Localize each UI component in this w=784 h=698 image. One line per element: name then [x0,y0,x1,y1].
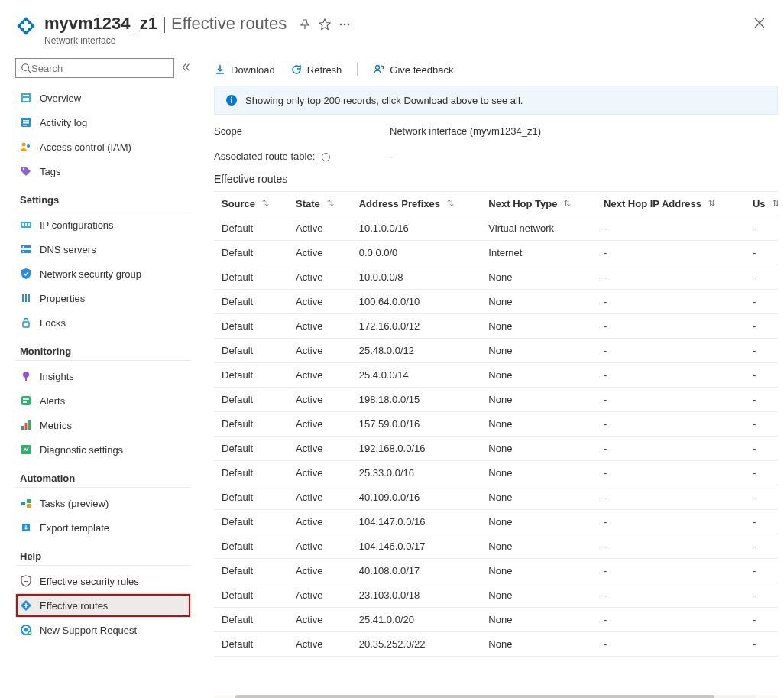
sidebar-item-metrics[interactable]: Metrics [15,413,191,437]
sidebar-item-overview[interactable]: Overview [15,86,191,110]
cell-prefix: 157.59.0.0/16 [352,412,481,437]
pin-icon[interactable] [299,18,311,31]
sidebar-search[interactable] [15,58,174,78]
table-row[interactable]: Default Active 100.64.0.0/10 None - - [214,290,778,314]
cell-source: Default [214,339,288,363]
associated-label: Associated route table: [214,151,315,162]
main-content: Download Refresh Give feedback Showing o… [199,54,784,698]
sidebar-item-network-security-group[interactable]: Network security group [15,261,191,286]
sidebar-item-tags[interactable]: Tags [15,159,191,183]
sidebar-item-diagnostic-settings[interactable]: Diagnostic settings [15,437,191,462]
feedback-icon [373,63,385,76]
sidebar-item-ip-configurations[interactable]: IP configurations [15,213,191,237]
scroll-track[interactable] [235,695,756,698]
cell-nexthop: None [481,388,596,412]
column-header-user-defined-partial[interactable]: Us [745,192,778,216]
search-icon [21,63,31,73]
table-row[interactable]: Default Active 198.18.0.0/15 None - - [214,388,778,412]
cell-us: - [745,363,778,388]
column-header-source[interactable]: Source [214,192,288,216]
info-outline-icon[interactable] [321,152,331,162]
sort-icon[interactable] [261,200,270,209]
cell-source: Default [214,583,288,608]
iam-icon [20,141,32,153]
cell-nexthop: Internet [481,241,596,265]
sidebar-item-locks[interactable]: Locks [15,310,191,335]
routes-table-wrap[interactable]: SourceStateAddress PrefixesNext Hop Type… [214,191,778,693]
associated-value: - [390,151,393,162]
cell-ip: - [596,290,745,314]
close-button[interactable] [753,17,766,31]
table-row[interactable]: Default Active 0.0.0.0/0 Internet - - [214,241,778,265]
table-row[interactable]: Default Active 104.147.0.0/16 None - - [214,510,778,534]
sidebar-item-label: Effective security rules [40,576,139,587]
sidebar-item-effective-routes[interactable]: Effective routes [15,593,191,618]
cell-state: Active [288,388,352,412]
table-row[interactable]: Default Active 25.33.0.0/16 None - - [214,461,778,485]
more-icon[interactable] [339,18,351,31]
sort-icon[interactable] [772,200,778,209]
column-header-state[interactable]: State [288,192,352,216]
table-row[interactable]: Default Active 157.59.0.0/16 None - - [214,412,778,437]
cell-prefix: 172.16.0.0/12 [352,314,481,339]
download-icon [214,63,226,76]
favorite-icon[interactable] [319,18,331,31]
cell-ip: - [596,265,745,290]
scope-row: Scope Network interface (myvm1234_z1) [214,125,778,137]
table-row[interactable]: Default Active 25.48.0.0/12 None - - [214,339,778,363]
sort-icon[interactable] [708,200,716,209]
column-header-address-prefixes[interactable]: Address Prefixes [352,192,481,216]
table-row[interactable]: Default Active 40.109.0.0/16 None - - [214,485,778,510]
sidebar-item-access-control[interactable]: Access control (IAM) [15,135,191,159]
scroll-thumb[interactable] [235,695,714,698]
table-row[interactable]: Default Active 23.103.0.0/18 None - - [214,583,778,608]
cell-source: Default [214,608,288,632]
table-row[interactable]: Default Active 25.41.0.0/20 None - - [214,608,778,632]
scope-value: Network interface (myvm1234_z1) [390,125,541,137]
cell-ip: - [596,339,745,363]
sidebar-item-activity-log[interactable]: Activity log [15,110,191,135]
table-row[interactable]: Default Active 104.146.0.0/17 None - - [214,534,778,559]
cell-prefix: 25.41.0.0/20 [352,608,481,632]
sidebar-item-insights[interactable]: Insights [15,364,191,388]
table-row[interactable]: Default Active 25.4.0.0/14 None - - [214,363,778,388]
sidebar-item-export-template[interactable]: Export template [15,515,191,540]
table-row[interactable]: Default Active 20.35.252.0/22 None - - [214,632,778,657]
sidebar-item-label: Properties [40,293,85,304]
sort-icon[interactable] [326,200,335,209]
sidebar-item-properties[interactable]: Properties [15,286,191,310]
collapse-sidebar-button[interactable] [180,62,191,75]
sidebar-item-new-support-request[interactable]: New Support Request [15,618,191,642]
sidebar-item-alerts[interactable]: Alerts [15,388,191,413]
sidebar-item-effective-security-rules[interactable]: Effective security rules [15,569,191,593]
download-button[interactable]: Download [214,63,275,76]
cell-prefix: 20.35.252.0/22 [352,632,481,657]
toolbar: Download Refresh Give feedback [214,58,778,86]
table-row[interactable]: Default Active 10.1.0.0/16 Virtual netwo… [214,216,778,241]
horizontal-scrollbar[interactable]: ◀ ▶ [214,695,778,698]
overview-icon [20,92,32,104]
search-input[interactable] [31,63,169,74]
table-row[interactable]: Default Active 172.16.0.0/12 None - - [214,314,778,339]
sidebar-item-dns-servers[interactable]: DNS servers [15,237,191,261]
column-header-next-hop-ip[interactable]: Next Hop IP Address [596,192,745,216]
sidebar-item-tasks[interactable]: Tasks (preview) [15,491,191,515]
cell-prefix: 10.0.0.0/8 [352,265,481,290]
cell-state: Active [288,608,352,632]
refresh-button[interactable]: Refresh [290,63,342,76]
cell-ip: - [596,485,745,510]
table-row[interactable]: Default Active 192.168.0.0/16 None - - [214,437,778,461]
cell-us: - [745,534,778,559]
feedback-button[interactable]: Give feedback [373,63,453,76]
sort-icon[interactable] [563,200,572,209]
table-row[interactable]: Default Active 40.108.0.0/17 None - - [214,559,778,583]
table-row[interactable]: Default Active 10.0.0.0/8 None - - [214,265,778,290]
cell-source: Default [214,534,288,559]
cell-nexthop: None [481,290,596,314]
refresh-label: Refresh [307,64,342,76]
sort-icon[interactable] [446,200,455,209]
cell-prefix: 23.103.0.0/18 [352,583,481,608]
sidebar-item-label: Alerts [40,395,65,407]
column-header-next-hop-type[interactable]: Next Hop Type [481,192,596,216]
cell-us: - [745,632,778,657]
